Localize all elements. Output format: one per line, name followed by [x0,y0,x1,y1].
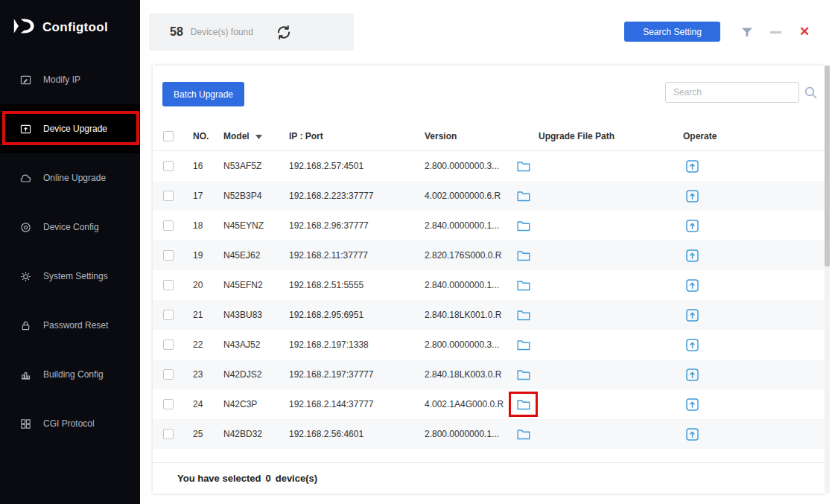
sidebar-item-label: Password Reset [43,320,108,331]
sidebar-item-label: Building Config [43,369,104,380]
upgrade-icon[interactable] [686,339,699,351]
row-checkbox[interactable] [163,399,174,409]
sidebar-item-modify-ip[interactable]: Modify IP [0,55,140,104]
browse-file-icon[interactable] [517,399,530,410]
refresh-icon[interactable] [276,25,292,40]
sidebar-item-password-reset[interactable]: Password Reset [0,301,140,350]
sort-desc-icon[interactable] [255,131,262,141]
cell-ip-port: 192.168.2.95:6951 [287,310,421,320]
close-icon[interactable]: ✕ [799,24,810,39]
cell-model: N42C3P [221,399,287,409]
row-checkbox[interactable] [163,220,174,231]
upgrade-icon[interactable] [686,279,699,292]
cell-model: N42BD32 [221,429,287,439]
device-count: 58 [170,25,183,39]
cell-model: N43AJ52 [221,339,287,350]
password-reset-icon [19,319,31,331]
cell-model: N43BU83 [221,310,287,320]
row-checkbox[interactable] [163,310,174,320]
cell-no: 21 [187,310,221,320]
row-checkbox[interactable] [163,369,174,380]
cell-no: 18 [187,220,221,231]
table-row: 24N42C3P192.168.2.144:377774.002.1A4G000… [153,389,825,419]
sidebar-item-online-upgrade[interactable]: Online Upgrade [0,153,140,202]
upgrade-icon[interactable] [686,309,699,322]
scrollbar-thumb[interactable] [825,66,830,267]
row-checkbox[interactable] [163,250,174,261]
search-setting-button[interactable]: Search Setting [624,22,720,42]
minimize-icon[interactable] [770,31,781,34]
cell-model: N45EJ62 [221,250,287,261]
cell-no: 23 [187,369,221,380]
upgrade-icon[interactable] [686,428,699,441]
selection-text-suffix: device(s) [276,473,317,484]
table-row: 21N43BU83192.168.2.95:69512.840.18LK001.… [153,300,825,330]
table-body: 16N53AF5Z192.168.2.57:45012.800.0000000.… [153,151,825,449]
app-logo: Configtool [12,18,108,37]
search-input[interactable] [665,82,799,103]
cell-ip-port: 192.168.2.197:1338 [287,339,421,350]
cgi-protocol-icon [19,418,31,430]
row-checkbox[interactable] [163,339,174,350]
upgrade-icon[interactable] [686,190,699,202]
column-header-model[interactable]: Model [221,131,287,141]
column-header-upgrade-file-path[interactable]: Upgrade File Path [514,131,678,141]
table-row: 22N43AJ52192.168.2.197:13382.800.0000000… [153,330,825,360]
cell-model: N53AF5Z [221,161,287,171]
sidebar-item-system-settings[interactable]: System Settings [0,252,140,301]
cell-no: 24 [187,399,221,409]
table-row: 18N45EYNZ192.168.2.96:377772.840.0000000… [153,211,825,240]
device-count-box: 58 Device(s) found [149,13,354,51]
sidebar-item-building-config[interactable]: Building Config [0,350,140,399]
device-upgrade-icon [19,123,31,135]
sidebar-item-device-config[interactable]: Device Config [0,202,140,252]
column-header-ip-port[interactable]: IP : Port [287,131,421,141]
upgrade-icon[interactable] [686,220,699,232]
row-checkbox[interactable] [163,429,174,439]
table-row: 23N42DJS2192.168.2.197:377772.840.18LK00… [153,360,825,389]
column-header-no[interactable]: NO. [187,131,221,141]
cell-ip-port: 192.168.2.223:37777 [287,191,421,201]
table-header: NO. Model IP : Port Version Upgrade File… [153,121,825,151]
selection-summary: You have selected 0 device(s) [153,462,825,494]
browse-file-icon[interactable] [517,310,530,321]
browse-file-icon[interactable] [517,191,530,202]
sidebar-item-cgi-protocol[interactable]: CGI Protocol [0,399,140,448]
browse-file-icon[interactable] [517,339,530,351]
system-settings-icon [19,270,31,282]
cell-model: N52B3P4 [221,191,287,201]
browse-file-icon[interactable] [517,369,530,380]
cell-ip-port: 192.168.2.144:37777 [287,399,421,409]
browse-file-icon[interactable] [517,220,530,232]
select-all-checkbox[interactable] [163,131,174,141]
cell-no: 20 [187,280,221,290]
upgrade-icon[interactable] [686,249,699,262]
cell-ip-port: 192.168.2.51:5555 [287,280,421,290]
cell-ip-port: 192.168.2.197:37777 [287,369,421,380]
sidebar-item-label: CGI Protocol [43,418,95,429]
sidebar-item-label: Modify IP [43,74,80,85]
cell-no: 16 [187,161,221,171]
browse-file-icon[interactable] [517,250,530,261]
cell-ip-port: 192.168.2.57:4501 [287,161,421,171]
row-checkbox[interactable] [163,191,174,201]
table-row: 16N53AF5Z192.168.2.57:45012.800.0000000.… [153,151,825,181]
column-header-version[interactable]: Version [421,131,514,141]
search-icon[interactable] [804,86,818,100]
browse-file-icon[interactable] [517,280,530,291]
upgrade-icon[interactable] [686,398,699,411]
browse-file-icon[interactable] [517,429,530,440]
filter-icon[interactable] [740,27,754,41]
batch-upgrade-button[interactable]: Batch Upgrade [162,82,244,106]
cell-no: 22 [187,339,221,350]
sidebar-item-device-upgrade[interactable]: Device Upgrade [0,104,140,153]
upgrade-icon[interactable] [686,160,699,173]
upgrade-icon[interactable] [686,369,699,381]
cell-no: 25 [187,429,221,439]
table-row: 17N52B3P4192.168.2.223:377774.002.000000… [153,181,825,211]
row-checkbox[interactable] [163,161,174,171]
browse-file-icon[interactable] [517,161,530,172]
column-header-operate[interactable]: Operate [678,131,825,141]
vertical-scrollbar[interactable] [825,66,830,494]
row-checkbox[interactable] [163,280,174,290]
